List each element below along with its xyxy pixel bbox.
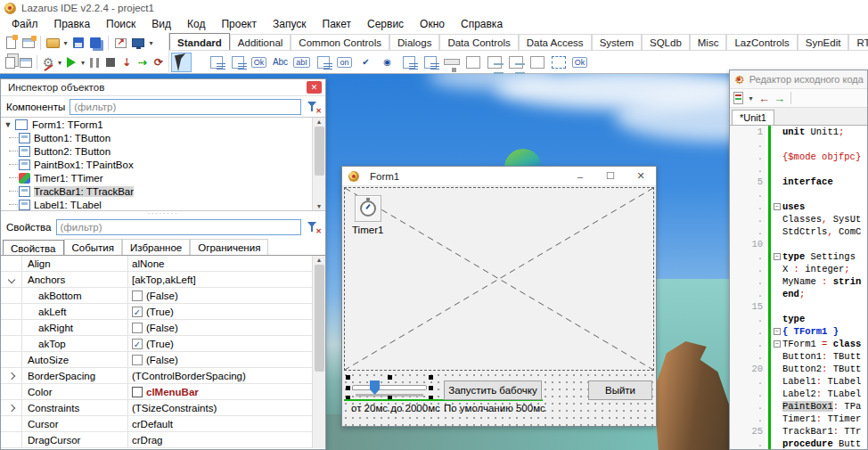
- property-row-cursor[interactable]: CursorcrDefault: [1, 416, 325, 432]
- menu-Проект[interactable]: Проект: [213, 17, 265, 31]
- property-grid-scrollbar[interactable]: ▲: [312, 256, 325, 448]
- start-butterfly-button[interactable]: Запустить бабочку: [444, 380, 542, 400]
- inspector-tab-избранное[interactable]: Избранное: [122, 239, 190, 255]
- palette-tab-data-access[interactable]: Data Access: [519, 34, 592, 50]
- minimize-icon[interactable]: –: [565, 171, 595, 182]
- pause-button[interactable]: [86, 53, 102, 71]
- tradiobutton-icon[interactable]: ◉: [377, 53, 397, 72]
- tradiogroup-icon[interactable]: [484, 53, 504, 72]
- toggle-form-unit-button[interactable]: [111, 34, 129, 52]
- chevron-down-icon[interactable]: ▾: [79, 59, 86, 67]
- palette-tab-synedit[interactable]: SynEdit: [798, 34, 849, 50]
- palette-tab-rtti[interactable]: RTTI: [848, 34, 868, 50]
- step-into-button[interactable]: ⇣: [119, 53, 135, 71]
- tpanel-icon[interactable]: [527, 53, 547, 72]
- tedit-icon[interactable]: abI: [291, 53, 312, 72]
- components-filter-input[interactable]: [70, 99, 301, 115]
- tlabel-icon[interactable]: Abc: [270, 53, 291, 72]
- property-value[interactable]: crDrag: [128, 432, 325, 447]
- property-value[interactable]: alNone: [128, 256, 325, 271]
- form-design-surface[interactable]: Timer1 Запустить бабочку Выйти от 20мс д…: [342, 186, 656, 426]
- checkbox-icon[interactable]: ✓: [132, 339, 143, 349]
- property-value[interactable]: (False): [128, 320, 325, 335]
- form-titlebar[interactable]: Form1 – ☐ ✕: [342, 167, 656, 186]
- menu-Пакет[interactable]: Пакет: [315, 17, 359, 31]
- new-form-button[interactable]: [20, 34, 37, 52]
- source-editor-titlebar[interactable]: ⚙ Редактор исходного кода: [730, 70, 867, 88]
- property-row-align[interactable]: AlignalNone: [1, 256, 325, 272]
- trackbar-control[interactable]: [348, 378, 430, 397]
- menu-Сервис[interactable]: Сервис: [359, 17, 412, 31]
- property-row-aktop[interactable]: akTop✓(True): [1, 336, 325, 352]
- property-row-akright[interactable]: akRight(False): [1, 320, 325, 336]
- menu-Файл[interactable]: Файл: [4, 17, 46, 31]
- tgroupbox-icon[interactable]: [463, 53, 483, 72]
- property-value[interactable]: [akTop,akLeft]: [128, 272, 325, 287]
- tactionlist-icon[interactable]: Ok: [569, 53, 590, 72]
- fold-collapse-icon[interactable]: −: [774, 253, 781, 260]
- fold-collapse-icon[interactable]: −: [774, 328, 781, 335]
- object-inspector-titlebar[interactable]: Инспектор объектов ✕: [1, 79, 325, 96]
- tab-unit1[interactable]: *Unit1: [732, 110, 774, 125]
- tcheckgroup-icon[interactable]: [505, 53, 526, 72]
- scroll-up-icon[interactable]: ▲: [313, 119, 325, 125]
- checkbox-icon[interactable]: [132, 290, 143, 301]
- tbutton-icon[interactable]: Ok: [249, 53, 269, 72]
- tcombobox-icon[interactable]: [420, 53, 440, 72]
- properties-filter-input[interactable]: [56, 219, 302, 235]
- tree-item-label1[interactable]: Label1: TLabel: [1, 198, 325, 211]
- chevron-down-icon[interactable]: ▾: [747, 94, 755, 102]
- property-row-borderspacing[interactable]: BorderSpacing(TControlBorderSpacing): [1, 368, 325, 384]
- tree-item-button2[interactable]: Button2: TButton: [1, 144, 325, 158]
- save-button[interactable]: [70, 34, 87, 52]
- property-value[interactable]: crDefault: [128, 416, 325, 431]
- view-forms-button[interactable]: [129, 34, 147, 52]
- chevron-right-icon[interactable]: [7, 404, 14, 411]
- property-value[interactable]: (False): [128, 288, 325, 303]
- property-row-constraints[interactable]: Constraints(TSizeConstraints): [1, 400, 325, 416]
- menu-Код[interactable]: Код: [179, 17, 213, 31]
- menu-Справка[interactable]: Справка: [453, 17, 511, 31]
- tscrollbar-icon[interactable]: [441, 53, 462, 72]
- scroll-thumb[interactable]: [315, 265, 324, 372]
- property-grid[interactable]: AlignalNoneAnchors[akTop,akLeft]akBottom…: [1, 255, 325, 448]
- run-to-cursor-button[interactable]: ⟳: [151, 53, 167, 71]
- build-button[interactable]: ⚙: [40, 53, 56, 71]
- tree-item-button1[interactable]: Button1: TButton: [1, 131, 325, 144]
- open-button[interactable]: [44, 34, 61, 52]
- menu-Правка[interactable]: Правка: [46, 17, 99, 31]
- property-value[interactable]: clMenuBar: [128, 384, 325, 399]
- menu-Поиск[interactable]: Поиск: [98, 17, 143, 31]
- selection-handle[interactable]: [429, 386, 433, 390]
- property-row-akbottom[interactable]: akBottom(False): [1, 288, 325, 304]
- menu-Запуск[interactable]: Запуск: [265, 17, 315, 31]
- palette-tab-lazcontrols[interactable]: LazControls: [726, 34, 797, 50]
- run-button[interactable]: [63, 53, 79, 71]
- tframe-icon[interactable]: [548, 53, 569, 72]
- palette-tab-system[interactable]: System: [592, 34, 642, 50]
- save-all-button[interactable]: [87, 34, 105, 52]
- fold-collapse-icon[interactable]: −: [774, 203, 781, 210]
- chevron-down-icon[interactable]: ▾: [147, 39, 155, 47]
- inspector-tab-события[interactable]: События: [64, 239, 122, 255]
- property-row-autosize[interactable]: AutoSize(False): [1, 352, 325, 368]
- tpopupmenu-icon[interactable]: [227, 53, 248, 72]
- property-value[interactable]: (TControlBorderSpacing): [128, 368, 325, 383]
- property-expand-gutter[interactable]: [1, 400, 22, 415]
- scroll-down-icon[interactable]: ▼: [313, 203, 325, 209]
- palette-tab-sqldb[interactable]: SQLdb: [642, 34, 690, 50]
- tree-item-timer1[interactable]: Timer1: TTimer: [1, 171, 325, 184]
- component-tree[interactable]: ▼Form1: TForm1Button1: TButtonButton2: T…: [1, 117, 325, 211]
- property-value[interactable]: ✓(True): [128, 304, 325, 319]
- timer-component[interactable]: [355, 195, 381, 222]
- tcheckbox-icon[interactable]: ✔: [356, 53, 376, 72]
- property-row-dragcursor[interactable]: DragCursorcrDrag: [1, 432, 325, 448]
- scroll-up-icon[interactable]: ▲: [313, 257, 325, 263]
- inspector-tab-свойства[interactable]: Свойства: [3, 240, 64, 256]
- palette-tab-dialogs[interactable]: Dialogs: [389, 34, 439, 50]
- palette-tab-additional[interactable]: Additional: [230, 34, 291, 50]
- checkbox-icon[interactable]: ✓: [132, 307, 143, 317]
- tree-scrollbar[interactable]: ▲ ▼: [312, 118, 325, 210]
- palette-tab-misc[interactable]: Misc: [690, 34, 727, 50]
- ttogglebox-icon[interactable]: on: [334, 53, 355, 72]
